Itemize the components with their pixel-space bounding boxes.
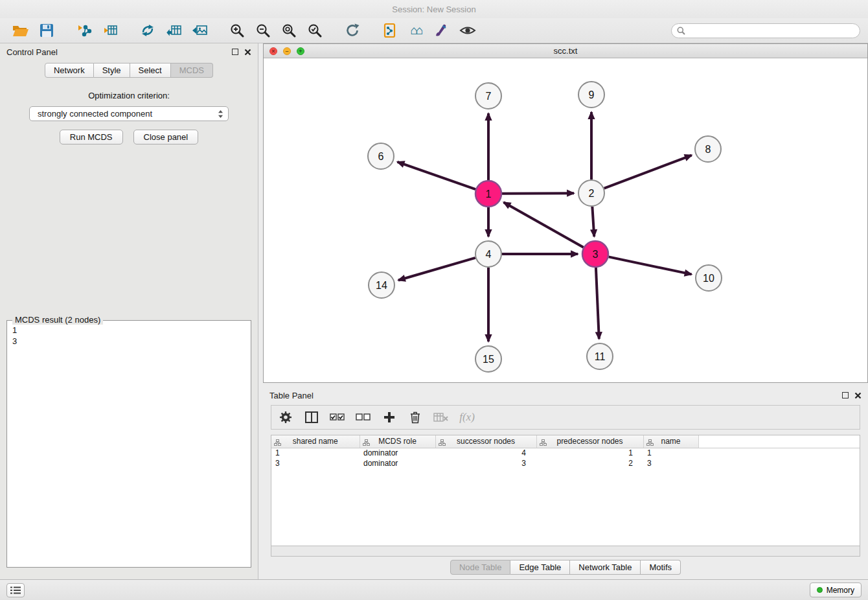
- sort-icon: [439, 439, 446, 448]
- graph-node[interactable]: 14: [369, 272, 394, 298]
- close-panel-button[interactable]: Close panel: [133, 130, 199, 144]
- float-panel-icon[interactable]: [232, 49, 238, 55]
- svg-text:14: 14: [376, 280, 387, 291]
- memory-button[interactable]: Memory: [810, 583, 862, 597]
- graph-edge[interactable]: [604, 156, 692, 189]
- tab-mcds[interactable]: MCDS: [171, 63, 213, 78]
- table-cell: 3: [435, 458, 536, 468]
- graph-node[interactable]: 4: [475, 241, 501, 267]
- add-row-button[interactable]: [380, 408, 398, 426]
- svg-text:2: 2: [589, 188, 595, 199]
- apply-layout-button[interactable]: [339, 20, 365, 41]
- open-file-button[interactable]: [8, 20, 34, 41]
- svg-text:6: 6: [378, 151, 384, 162]
- tab-style[interactable]: Style: [94, 63, 130, 78]
- mcds-result-list[interactable]: 13: [7, 321, 251, 351]
- zoom-out-button[interactable]: [250, 20, 276, 41]
- save-session-button[interactable]: [34, 20, 60, 41]
- table-row[interactable]: 1dominator411: [271, 448, 860, 458]
- task-history-button[interactable]: [6, 583, 25, 597]
- column-header-mcds-role[interactable]: MCDS role: [360, 435, 435, 448]
- select-all-rows-button[interactable]: [328, 408, 347, 426]
- export-image-button[interactable]: [187, 20, 212, 41]
- graph-edge[interactable]: [397, 162, 475, 189]
- network-canvas[interactable]: 7968124314101511: [264, 58, 867, 382]
- table-cell: 4: [435, 448, 536, 458]
- column-header-name[interactable]: name: [643, 435, 698, 448]
- tab-select[interactable]: Select: [130, 63, 171, 78]
- traffic-lights: × – +: [269, 47, 304, 55]
- tab-edge-table[interactable]: Edge Table: [510, 560, 570, 575]
- zoom-window-icon[interactable]: +: [297, 47, 304, 55]
- new-table-button[interactable]: [161, 20, 187, 41]
- select-neighbors-button[interactable]: [377, 20, 403, 41]
- run-mcds-button[interactable]: Run MCDS: [60, 130, 123, 144]
- graph-node[interactable]: 10: [696, 265, 722, 291]
- graph-node[interactable]: 7: [475, 83, 501, 109]
- home-button[interactable]: ⌂⌂: [403, 20, 429, 41]
- status-bar: Memory: [0, 579, 868, 600]
- deselect-all-rows-button[interactable]: [354, 408, 372, 426]
- optimization-dropdown[interactable]: strongly connected component: [29, 106, 229, 121]
- close-panel-icon[interactable]: [244, 49, 251, 56]
- tab-network-table[interactable]: Network Table: [570, 560, 641, 575]
- float-table-panel-icon[interactable]: [842, 392, 849, 398]
- style-paint-button[interactable]: [429, 20, 455, 41]
- zoom-in-button[interactable]: [224, 20, 250, 41]
- graph-node[interactable]: 11: [587, 343, 613, 369]
- graph-node[interactable]: 6: [368, 143, 394, 169]
- table-settings-button[interactable]: [277, 408, 295, 426]
- column-header-successor-nodes[interactable]: successor nodes: [435, 435, 536, 448]
- function-builder-button[interactable]: f(x): [458, 408, 476, 426]
- control-panel: Control Panel Network Style Select MCDS …: [0, 43, 258, 579]
- close-table-panel-icon[interactable]: [854, 392, 862, 399]
- column-visibility-button[interactable]: [303, 408, 321, 426]
- tab-motifs[interactable]: Motifs: [641, 560, 681, 575]
- table-tabs: Node Table Edge Table Network Table Moti…: [263, 560, 868, 575]
- table-cell: dominator: [360, 448, 435, 458]
- table-cell: 1: [271, 448, 360, 458]
- column-header-shared-name[interactable]: shared name: [271, 435, 360, 448]
- import-network-button[interactable]: [71, 20, 97, 41]
- new-network-button[interactable]: [135, 20, 161, 41]
- graph-edge[interactable]: [592, 207, 594, 237]
- close-window-icon[interactable]: ×: [269, 47, 277, 55]
- column-header-predecessor-nodes[interactable]: predecessor nodes: [536, 435, 643, 448]
- graph-edge[interactable]: [609, 257, 692, 274]
- table-cell: 3: [271, 458, 360, 468]
- graph-node[interactable]: 15: [475, 346, 501, 372]
- tab-node-table[interactable]: Node Table: [450, 560, 511, 575]
- graph-edge[interactable]: [502, 193, 574, 194]
- table-horizontal-scrollbar[interactable]: [271, 546, 860, 557]
- minimize-window-icon[interactable]: –: [283, 47, 291, 55]
- zoom-fit-button[interactable]: [276, 20, 302, 41]
- import-table-button[interactable]: [97, 20, 123, 41]
- graph-node[interactable]: 8: [695, 136, 721, 162]
- delete-table-button[interactable]: [432, 408, 450, 426]
- graph-edge[interactable]: [596, 268, 599, 339]
- table-row[interactable]: 3dominator323: [271, 458, 860, 468]
- graph-edge[interactable]: [504, 202, 584, 247]
- table-panel: Table Panel f(x): [263, 387, 868, 574]
- svg-text:3: 3: [593, 249, 599, 260]
- network-window-titlebar[interactable]: × – + scc.txt: [264, 44, 867, 58]
- zoom-selected-button[interactable]: [302, 20, 328, 41]
- graph-node[interactable]: 1: [475, 181, 501, 207]
- graph-node[interactable]: 3: [582, 241, 608, 267]
- graph-node[interactable]: 9: [578, 82, 604, 108]
- network-graph[interactable]: 7968124314101511: [264, 58, 867, 382]
- graph-node[interactable]: 2: [578, 180, 604, 206]
- new-network-icon: [141, 23, 155, 38]
- open-file-icon: [12, 24, 29, 38]
- show-hide-button[interactable]: [455, 20, 481, 41]
- search-input[interactable]: [671, 23, 860, 38]
- toolbar-search: [671, 23, 860, 38]
- table-header-row: shared name MCDS role successor nodes pr…: [271, 435, 860, 448]
- control-panel-tabs: Network Style Select MCDS: [0, 63, 258, 78]
- style-paint-icon: [434, 23, 450, 38]
- mcds-result-box: MCDS result (2 nodes) 13: [6, 320, 251, 568]
- tab-network[interactable]: Network: [45, 63, 94, 78]
- graph-edge[interactable]: [398, 258, 475, 281]
- svg-text:9: 9: [589, 89, 595, 100]
- delete-row-button[interactable]: [406, 408, 424, 426]
